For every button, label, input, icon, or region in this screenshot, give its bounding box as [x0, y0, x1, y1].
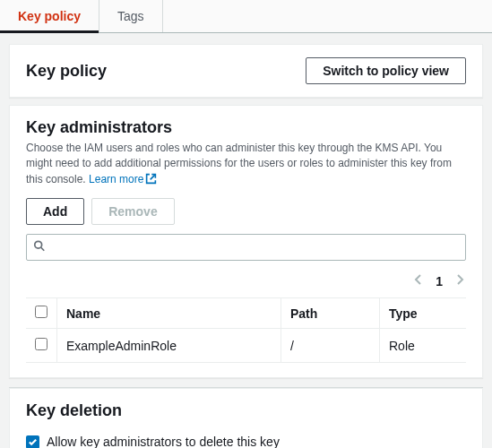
pagination: 1	[26, 268, 466, 297]
page-number: 1	[436, 274, 443, 289]
key-administrators-section: Key administrators Choose the IAM users …	[9, 105, 483, 378]
section-title-deletion: Key deletion	[26, 401, 466, 420]
tab-tags[interactable]: Tags	[99, 0, 163, 32]
switch-to-policy-view-button[interactable]: Switch to policy view	[306, 57, 466, 84]
row-checkbox[interactable]	[35, 338, 47, 350]
admins-table: Name Path Type ExampleAdminRole / Role	[26, 297, 466, 363]
key-deletion-section: Key deletion Allow key administrators to…	[9, 388, 483, 448]
prev-page-button[interactable]	[414, 273, 423, 289]
external-link-icon	[145, 173, 157, 189]
svg-line-1	[41, 247, 45, 251]
allow-delete-checkbox-row[interactable]: Allow key administrators to delete this …	[26, 435, 466, 448]
next-page-button[interactable]	[455, 273, 464, 289]
tab-key-policy[interactable]: Key policy	[0, 0, 99, 32]
allow-delete-label: Allow key administrators to delete this …	[47, 435, 280, 448]
cell-name: ExampleAdminRole	[57, 329, 281, 363]
search-icon	[33, 240, 46, 255]
select-all-checkbox[interactable]	[35, 306, 47, 318]
col-name: Name	[57, 298, 281, 329]
table-row: ExampleAdminRole / Role	[26, 329, 466, 363]
key-policy-panel: Key policy Switch to policy view	[9, 44, 483, 98]
cell-type: Role	[380, 329, 467, 363]
svg-point-0	[35, 241, 42, 248]
col-path: Path	[281, 298, 380, 329]
page-title: Key policy	[26, 62, 107, 81]
allow-delete-checkbox[interactable]	[26, 435, 39, 448]
learn-more-link[interactable]: Learn more	[89, 173, 157, 185]
search-input[interactable]	[26, 234, 466, 261]
add-button[interactable]: Add	[26, 198, 84, 225]
remove-button[interactable]: Remove	[91, 198, 174, 225]
section-title-admins: Key administrators	[26, 118, 466, 137]
tabs: Key policy Tags	[0, 0, 492, 33]
section-desc-admins: Choose the IAM users and roles who can a…	[26, 141, 466, 189]
col-type: Type	[380, 298, 467, 329]
cell-path: /	[281, 329, 380, 363]
